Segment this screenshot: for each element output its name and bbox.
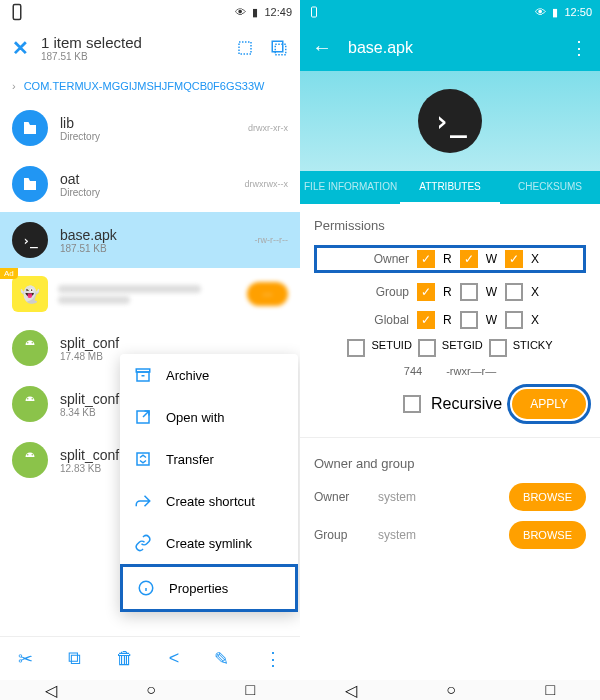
android-nav: ◁ ○ □: [0, 680, 300, 700]
eye-icon: 👁: [235, 6, 246, 18]
share-icon[interactable]: <: [169, 648, 180, 669]
status-bar: 👁▮12:50: [300, 0, 600, 24]
copy-icon[interactable]: ⧉: [68, 648, 81, 669]
tab-checksums[interactable]: CHECKSUMS: [500, 171, 600, 204]
file-row[interactable]: libDirectory drwxr-xr-x: [0, 100, 300, 156]
recent-nav[interactable]: □: [546, 681, 556, 699]
file-manager-pane: 👁 ▮ 12:49 ✕ 1 item selected 187.51 KB › …: [0, 0, 300, 700]
selection-title: 1 item selected: [41, 34, 224, 51]
eye-icon: 👁: [535, 6, 546, 18]
checkbox-group-w[interactable]: [460, 283, 478, 301]
menu-properties[interactable]: Properties: [120, 564, 298, 612]
checkbox-global-w[interactable]: [460, 311, 478, 329]
select-all-icon[interactable]: [236, 39, 254, 57]
cut-icon[interactable]: ✂: [18, 648, 33, 670]
android-icon: [12, 386, 48, 422]
checkbox-group-r[interactable]: ✓: [417, 283, 435, 301]
checkbox-owner-r[interactable]: ✓: [417, 250, 435, 268]
chevron-right-icon: ›: [12, 80, 16, 92]
checkbox-recursive[interactable]: [403, 395, 421, 413]
bottom-toolbar: ✂ ⧉ 🗑 < ✎ ⋮: [0, 636, 300, 680]
properties-pane: 👁▮12:50 ← base.apk ⋮ ›_ FILE INFORMATION…: [300, 0, 600, 700]
svg-rect-3: [275, 44, 286, 55]
menu-open-with[interactable]: Open with: [120, 396, 298, 438]
svg-point-4: [27, 342, 29, 344]
context-menu: Archive Open with Transfer Create shortc…: [120, 354, 298, 612]
file-row-selected[interactable]: ›_ base.apk187.51 KB -rw-r--r--: [0, 212, 300, 268]
browse-group-button[interactable]: BROWSE: [509, 521, 586, 549]
hero-area: ›_: [300, 71, 600, 171]
tab-file-info[interactable]: FILE INFORMATION: [300, 171, 400, 204]
terminal-icon: ›_: [418, 89, 482, 153]
close-icon[interactable]: ✕: [12, 36, 29, 60]
home-nav[interactable]: ○: [146, 681, 156, 699]
android-icon: [12, 330, 48, 366]
delete-icon[interactable]: 🗑: [116, 648, 134, 669]
group-row: Group system BROWSE: [314, 521, 586, 549]
info-icon: [137, 579, 155, 597]
ad-button[interactable]: ···: [247, 282, 288, 306]
svg-rect-11: [136, 369, 150, 372]
recent-nav[interactable]: □: [246, 681, 256, 699]
select-inverse-icon[interactable]: [270, 39, 288, 57]
menu-shortcut[interactable]: Create shortcut: [120, 480, 298, 522]
status-bar: 👁 ▮ 12:49: [0, 0, 300, 24]
page-title: base.apk: [348, 39, 554, 57]
owner-group-section: Owner and group Owner system BROWSE Grou…: [300, 442, 600, 573]
apply-row: Recursive APPLY: [314, 389, 586, 419]
more-icon[interactable]: ⋮: [570, 37, 588, 59]
owner-row: Owner system BROWSE: [314, 483, 586, 511]
menu-symlink[interactable]: Create symlink: [120, 522, 298, 564]
more-icon[interactable]: ⋮: [264, 648, 282, 670]
owner-group-title: Owner and group: [314, 456, 586, 471]
terminal-icon: ›_: [12, 222, 48, 258]
file-row[interactable]: oatDirectory drwxrwx--x: [0, 156, 300, 212]
special-perms: SETUID SETGID STICKY: [314, 339, 586, 357]
checkbox-global-r[interactable]: ✓: [417, 311, 435, 329]
android-icon: [12, 442, 48, 478]
ad-badge: Ad: [0, 268, 18, 279]
checkbox-owner-w[interactable]: ✓: [460, 250, 478, 268]
clock-text: 12:50: [564, 6, 592, 18]
back-arrow-icon[interactable]: ←: [312, 36, 332, 59]
clock-text: 12:49: [264, 6, 292, 18]
menu-transfer[interactable]: Transfer: [120, 438, 298, 480]
back-nav[interactable]: ◁: [345, 681, 357, 700]
android-nav: ◁ ○ □: [300, 680, 600, 700]
octal-display: 744 -rwxr—r—: [314, 365, 586, 377]
checkbox-owner-x[interactable]: ✓: [505, 250, 523, 268]
svg-point-9: [32, 454, 34, 456]
ad-row[interactable]: Ad 👻 ···: [0, 268, 300, 320]
ad-thumbnail: 👻: [12, 276, 48, 312]
phone-icon: [8, 3, 26, 21]
apply-button[interactable]: APPLY: [512, 389, 586, 419]
breadcrumb[interactable]: › COM.TERMUX-MGGIJMSHJFMQCB0F6GS33W: [0, 72, 300, 100]
back-nav[interactable]: ◁: [45, 681, 57, 700]
phone-icon: [308, 6, 320, 18]
checkbox-setuid[interactable]: [347, 339, 365, 357]
app-bar: ← base.apk ⋮: [300, 24, 600, 71]
menu-archive[interactable]: Archive: [120, 354, 298, 396]
svg-rect-2: [272, 41, 283, 52]
perm-row-owner: Owner ✓R ✓W ✓X: [314, 245, 586, 273]
svg-point-5: [32, 342, 34, 344]
open-external-icon: [134, 408, 152, 426]
svg-rect-1: [239, 42, 251, 54]
checkbox-sticky[interactable]: [489, 339, 507, 357]
checkbox-setgid[interactable]: [418, 339, 436, 357]
checkbox-global-x[interactable]: [505, 311, 523, 329]
edit-icon[interactable]: ✎: [214, 648, 229, 670]
svg-point-8: [27, 454, 29, 456]
archive-icon: [134, 366, 152, 384]
tab-attributes[interactable]: ATTRIBUTES: [400, 171, 500, 204]
permissions-section: Permissions Owner ✓R ✓W ✓X Group ✓R W X …: [300, 204, 600, 433]
link-icon: [134, 534, 152, 552]
svg-rect-18: [312, 7, 317, 17]
svg-rect-0: [13, 5, 21, 20]
transfer-icon: [134, 450, 152, 468]
checkbox-group-x[interactable]: [505, 283, 523, 301]
folder-icon: [12, 110, 48, 146]
folder-icon: [12, 166, 48, 202]
home-nav[interactable]: ○: [446, 681, 456, 699]
browse-owner-button[interactable]: BROWSE: [509, 483, 586, 511]
